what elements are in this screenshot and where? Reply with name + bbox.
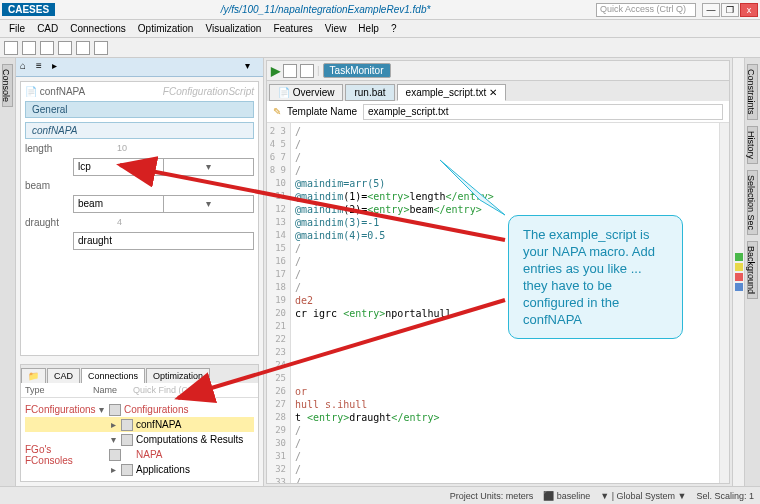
panel-toolbar: ⌂ ≡ ▸ ▾ <box>16 58 263 77</box>
status-chip-red[interactable] <box>735 273 743 281</box>
label-beam: beam <box>25 180 69 191</box>
tree-tab-folder[interactable]: 📁 <box>21 368 46 383</box>
menu-bar: File CAD Connections Optimization Visual… <box>0 20 760 38</box>
section-confnapa[interactable]: confNAPA <box>25 122 254 139</box>
status-baseline[interactable]: baseline <box>557 491 591 501</box>
tool-icon[interactable] <box>22 41 36 55</box>
input-draught[interactable] <box>73 232 254 250</box>
tab-overview[interactable]: 📄 Overview <box>269 84 343 101</box>
folder-icon <box>109 404 121 416</box>
menu-optimization[interactable]: Optimization <box>133 22 199 35</box>
quick-access-input[interactable]: Quick Access (Ctrl Q) <box>596 3 696 17</box>
menu-help[interactable]: Help <box>353 22 384 35</box>
app-icon <box>109 449 121 461</box>
save-icon[interactable] <box>300 64 314 78</box>
menu-cad[interactable]: CAD <box>32 22 63 35</box>
menu-view[interactable]: View <box>320 22 352 35</box>
tree-configs[interactable]: Configurations <box>124 404 188 415</box>
label-draught: draught <box>25 217 69 228</box>
script-icon <box>121 419 133 431</box>
tree-tab-connections[interactable]: Connections <box>81 368 145 383</box>
dock-tab-console[interactable]: Console <box>2 64 13 107</box>
dock-tab-constraints[interactable]: Constraints <box>747 64 758 120</box>
chevron-down-icon[interactable]: ▾ <box>245 60 259 74</box>
tool-icon[interactable] <box>94 41 108 55</box>
edit-icon: ✎ <box>273 106 281 117</box>
scrollbar[interactable] <box>719 123 729 483</box>
template-name-label: Template Name <box>287 106 357 117</box>
tree-applications[interactable]: Applications <box>136 464 190 475</box>
dock-tab-background[interactable]: Background <box>747 241 758 299</box>
app-brand: CAESES <box>2 3 55 16</box>
col-name: Name <box>93 385 133 395</box>
tree-napa[interactable]: NAPA <box>124 449 163 460</box>
status-chip-yellow[interactable] <box>735 263 743 271</box>
quick-find[interactable]: Quick Find (Ctrl F) <box>133 385 254 395</box>
gear-icon <box>121 464 133 476</box>
tool-icon[interactable] <box>4 41 18 55</box>
menu-features[interactable]: Features <box>268 22 317 35</box>
dock-tab-selection[interactable]: Selection Sec <box>747 170 758 235</box>
chevron-down-icon[interactable]: ▾ <box>163 159 253 175</box>
folder-icon <box>121 434 133 446</box>
input-length[interactable]: lcp▾ <box>73 158 254 176</box>
status-coord[interactable]: Global System <box>617 491 676 501</box>
tree-tab-optimization[interactable]: Optimization <box>146 368 210 383</box>
input-beam[interactable]: beam▾ <box>73 195 254 213</box>
tree-computations[interactable]: Computations & Results <box>136 434 243 445</box>
status-chip-blue[interactable] <box>735 283 743 291</box>
menu-about[interactable]: ? <box>386 22 402 35</box>
tool-icon[interactable] <box>58 41 72 55</box>
tree-confnapa[interactable]: confNAPA <box>136 419 181 430</box>
status-units: Project Units: meters <box>450 491 534 501</box>
main-toolbar <box>0 38 760 58</box>
menu-file[interactable]: File <box>4 22 30 35</box>
open-icon[interactable] <box>283 64 297 78</box>
color-chip-bar <box>732 58 744 486</box>
maximize-button[interactable]: ❐ <box>721 3 739 17</box>
status-scaling: Sel. Scaling: 1 <box>696 491 754 501</box>
tree-tab-cad[interactable]: CAD <box>47 368 80 383</box>
left-dock: Console <box>0 58 16 486</box>
run-button[interactable]: ▶ <box>271 64 280 78</box>
minimize-button[interactable]: — <box>702 3 720 17</box>
project-tree-panel: 📁 CAD Connections Optimization Type Name… <box>20 364 259 482</box>
tab-runbat[interactable]: run.bat <box>345 84 394 101</box>
config-title: confNAPA <box>40 86 85 97</box>
tool-icon[interactable] <box>76 41 90 55</box>
menu-visualization[interactable]: Visualization <box>200 22 266 35</box>
tool-icon[interactable] <box>40 41 54 55</box>
line-gutter: 2 3 4 5 6 7 8 9 10 11 12 13 14 15 16 17 … <box>267 123 291 483</box>
nav-icon[interactable]: ▸ <box>52 60 66 74</box>
col-type: Type <box>25 385 93 395</box>
home-icon[interactable]: ⌂ <box>20 60 34 74</box>
close-button[interactable]: x <box>740 3 758 17</box>
annotation-callout: The example_script is your NAPA macro. A… <box>508 215 683 339</box>
section-general[interactable]: General <box>25 101 254 118</box>
close-tab-icon[interactable]: ✕ <box>489 87 497 98</box>
chevron-down-icon[interactable]: ▾ <box>163 196 253 212</box>
label-length: length <box>25 143 69 154</box>
status-bar: Project Units: meters ⬛ baseline ▼ | Glo… <box>0 486 760 504</box>
template-name-input[interactable] <box>363 104 723 120</box>
config-type-badge: FConfigurationScript <box>163 86 254 97</box>
right-dock: Constraints History Selection Sec Backgr… <box>744 58 760 486</box>
tab-example-script[interactable]: example_script.txt ✕ <box>397 84 506 101</box>
tab-taskmonitor[interactable]: TaskMonitor <box>323 63 391 78</box>
menu-connections[interactable]: Connections <box>65 22 131 35</box>
title-bar: CAESES /y/fs/100_11/napaIntegrationExamp… <box>0 0 760 20</box>
status-chip-green[interactable] <box>735 253 743 261</box>
dock-tab-history[interactable]: History <box>747 126 758 164</box>
document-path: /y/fs/100_11/napaIntegrationExampleRev1.… <box>55 4 596 15</box>
menu-icon[interactable]: ≡ <box>36 60 50 74</box>
config-panel: 📄 confNAPA FConfigurationScript General … <box>20 81 259 356</box>
